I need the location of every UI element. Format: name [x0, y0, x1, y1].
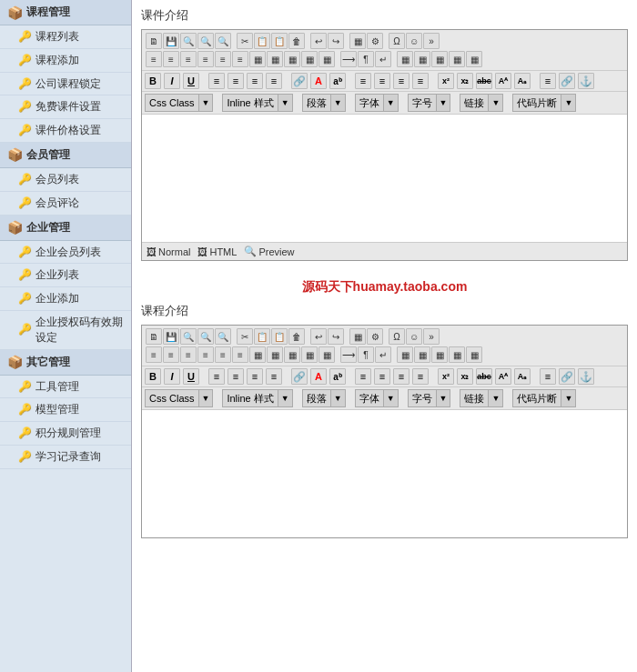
- tb2-r14[interactable]: ↵: [375, 346, 391, 363]
- tb-r13[interactable]: ¶: [358, 51, 374, 67]
- tb2-r15[interactable]: ▦: [397, 346, 413, 363]
- tb2-r2[interactable]: ≡: [163, 346, 179, 363]
- btn-sub[interactable]: x₂: [457, 73, 473, 89]
- tb-table[interactable]: ▦: [349, 33, 366, 49]
- link-dropdown[interactable]: ▼: [488, 94, 503, 112]
- tb-r14[interactable]: ↵: [375, 51, 391, 67]
- tb2-paste[interactable]: 📋: [271, 328, 288, 345]
- btn2-link[interactable]: 🔗: [291, 368, 308, 385]
- css-class-dropdown[interactable]: ▼: [198, 94, 214, 112]
- btn2-ol[interactable]: ≡: [355, 368, 371, 385]
- font2-dropdown[interactable]: ▼: [383, 389, 399, 407]
- btn2-ul[interactable]: ≡: [374, 368, 390, 385]
- btn-indent[interactable]: ≡: [393, 73, 410, 89]
- tab-html[interactable]: 🖼 HTML: [197, 246, 237, 257]
- tb2-save[interactable]: 💾: [163, 328, 179, 345]
- btn2-sub[interactable]: x₂: [457, 368, 473, 385]
- btn2-align-justify[interactable]: ≡: [266, 368, 282, 385]
- font-dropdown[interactable]: ▼: [383, 94, 399, 112]
- btn-link[interactable]: 🔗: [291, 73, 308, 89]
- tab-normal[interactable]: 🖼 Normal: [147, 246, 190, 257]
- tb-r1[interactable]: ≡: [146, 51, 162, 67]
- tb-r10[interactable]: ▦: [301, 51, 318, 67]
- tb-redo[interactable]: ↪: [328, 33, 344, 49]
- btn-align-justify[interactable]: ≡: [266, 73, 282, 89]
- sidebar-item-learn-records[interactable]: 🔑学习记录查询: [0, 446, 131, 469]
- tb-r6[interactable]: ≡: [232, 51, 248, 67]
- btn-underline[interactable]: U: [183, 73, 199, 89]
- tb2-search2[interactable]: 🔍: [197, 328, 214, 345]
- sidebar-item-enterprise-member-list[interactable]: 🔑企业会员列表: [0, 241, 131, 265]
- tb2-r17[interactable]: ▦: [431, 346, 448, 363]
- tb2-search1[interactable]: 🔍: [180, 328, 197, 345]
- btn2-outdent[interactable]: ≡: [412, 368, 429, 385]
- btn2-sup[interactable]: x²: [438, 368, 454, 385]
- sidebar-item-course-list[interactable]: 🔑课程列表: [0, 25, 131, 49]
- tb2-cut[interactable]: ✂: [237, 328, 253, 345]
- tb-undo[interactable]: ↩: [310, 33, 327, 49]
- size2-dropdown[interactable]: ▼: [436, 389, 451, 407]
- tb-r8[interactable]: ▦: [267, 51, 283, 67]
- sidebar-item-enterprise-auth-expiry[interactable]: 🔑企业授权码有效期设定: [0, 311, 131, 350]
- tb2-r12[interactable]: ⟶: [340, 346, 357, 363]
- link2-dropdown[interactable]: ▼: [488, 389, 503, 407]
- tb2-table[interactable]: ▦: [349, 328, 366, 345]
- sidebar-item-enterprise-list[interactable]: 🔑企业列表: [0, 264, 131, 287]
- tb-r5[interactable]: ≡: [215, 51, 231, 67]
- btn-bold[interactable]: B: [145, 73, 161, 89]
- tb2-r1[interactable]: ≡: [146, 346, 162, 363]
- sidebar-item-course-add[interactable]: 🔑课程添加: [0, 49, 131, 73]
- para2-dropdown[interactable]: ▼: [330, 389, 346, 407]
- btn2-align-right[interactable]: ≡: [247, 368, 263, 385]
- btn2-align-center[interactable]: ≡: [228, 368, 244, 385]
- tb-delete[interactable]: 🗑: [288, 33, 305, 49]
- btn-anchor[interactable]: ⚓: [578, 73, 594, 89]
- tb-r2[interactable]: ≡: [163, 51, 179, 67]
- btn-align-right[interactable]: ≡: [247, 73, 263, 89]
- btn2-bold[interactable]: B: [145, 368, 161, 385]
- btn2-fontsize-dec[interactable]: Aₐ: [514, 368, 531, 385]
- tb-r11[interactable]: ▦: [318, 51, 335, 67]
- btn-fontsize-inc[interactable]: Aᴬ: [495, 73, 511, 89]
- sidebar-item-free-course-settings[interactable]: 🔑免费课件设置: [0, 95, 131, 119]
- sidebar-item-tool-manage[interactable]: 🔑工具管理: [0, 376, 131, 399]
- tb-save[interactable]: 💾: [163, 33, 179, 49]
- tb-more[interactable]: »: [423, 33, 440, 49]
- sidebar-item-model-manage[interactable]: 🔑模型管理: [0, 398, 131, 422]
- snippet2-dropdown[interactable]: ▼: [561, 389, 576, 407]
- para-dropdown[interactable]: ▼: [330, 94, 346, 112]
- tb-search1[interactable]: 🔍: [180, 33, 197, 49]
- btn-italic[interactable]: I: [164, 73, 180, 89]
- tb-search3[interactable]: 🔍: [215, 33, 231, 49]
- tb-settings[interactable]: ⚙: [367, 33, 383, 49]
- tb-new[interactable]: 🗎: [146, 33, 162, 49]
- size-dropdown[interactable]: ▼: [436, 94, 451, 112]
- btn-outdent[interactable]: ≡: [412, 73, 429, 89]
- css2-class-dropdown[interactable]: ▼: [198, 389, 214, 407]
- tb2-r16[interactable]: ▦: [414, 346, 430, 363]
- btn-align-left[interactable]: ≡: [208, 73, 225, 89]
- sidebar-item-course-price-settings[interactable]: 🔑课件价格设置: [0, 119, 131, 143]
- btn2-align-left[interactable]: ≡: [208, 368, 225, 385]
- tb2-more[interactable]: »: [423, 328, 440, 345]
- tb2-settings[interactable]: ⚙: [367, 328, 383, 345]
- tb2-r19[interactable]: ▦: [466, 346, 482, 363]
- tb-r16[interactable]: ▦: [414, 51, 430, 67]
- btn2-font-color[interactable]: A: [310, 368, 327, 385]
- tb2-r13[interactable]: ¶: [358, 346, 374, 363]
- sidebar-item-company-course-lock[interactable]: 🔑公司课程锁定: [0, 73, 131, 96]
- btn-fontsize-dec[interactable]: Aₐ: [514, 73, 531, 89]
- tb2-r7[interactable]: ▦: [249, 346, 266, 363]
- tb2-search3[interactable]: 🔍: [215, 328, 231, 345]
- tb-r15[interactable]: ▦: [397, 51, 413, 67]
- tb-copy[interactable]: 📋: [254, 33, 270, 49]
- btn2-fontsize-inc[interactable]: Aᴬ: [495, 368, 511, 385]
- tb2-r8[interactable]: ▦: [267, 346, 283, 363]
- btn2-underline[interactable]: U: [183, 368, 199, 385]
- tb2-r4[interactable]: ≡: [197, 346, 214, 363]
- btn2-anchor[interactable]: ⚓: [578, 368, 594, 385]
- btn2-link2[interactable]: 🔗: [559, 368, 575, 385]
- tb2-emoji[interactable]: ☺: [406, 328, 422, 345]
- editor1-body[interactable]: [142, 115, 627, 242]
- tb-r3[interactable]: ≡: [180, 51, 197, 67]
